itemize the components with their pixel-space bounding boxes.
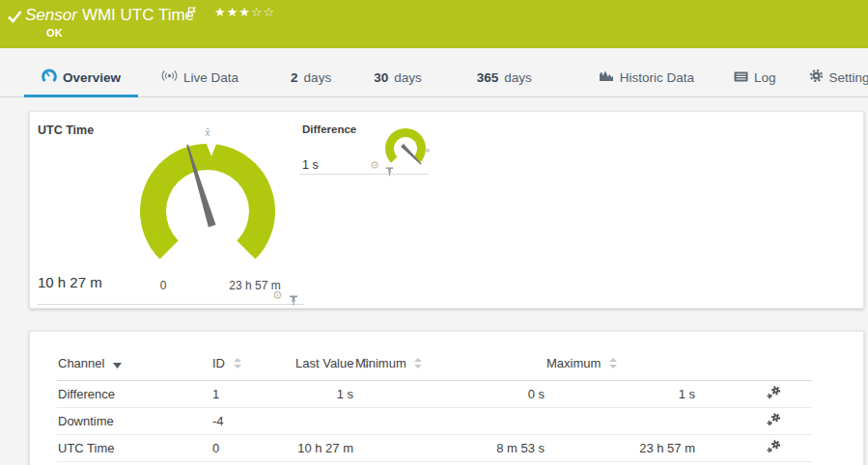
gauge-title-difference: Difference: [302, 123, 356, 135]
difference-divider: [300, 174, 429, 175]
col-last-value-label: Last Value: [295, 356, 353, 370]
channel-settings-gears-icon[interactable]: [766, 413, 781, 429]
mean-marker-label: x̄: [196, 127, 219, 138]
tab-historic-data[interactable]: Historic Data: [581, 58, 712, 96]
tab-log[interactable]: Log: [716, 58, 794, 96]
sensor-name: WMI UTC Time: [82, 6, 194, 24]
gauge-current-value: 10 h 27 m: [38, 274, 102, 290]
sort-both-icon: [234, 357, 241, 371]
object-type-label: Sensor: [25, 6, 77, 24]
tab-log-label: Log: [754, 70, 776, 85]
utc-time-gauge: [140, 142, 275, 260]
difference-pin-icon[interactable]: [385, 163, 394, 180]
col-header-actions: [696, 348, 812, 380]
table-row-downtime[interactable]: Downtime -4: [57, 407, 812, 434]
gauge-settings-gear-icon[interactable]: ⚙: [272, 289, 283, 301]
channel-settings-gears-icon[interactable]: [766, 386, 781, 402]
table-row-difference[interactable]: Difference 1 1 s 0 s 1 s: [57, 380, 812, 407]
tab-overview-label: Overview: [63, 70, 121, 85]
cell-channel[interactable]: UTC Time: [57, 434, 211, 461]
tab-overview[interactable]: Overview: [24, 58, 138, 96]
page-title: SensorWMI UTC Time: [25, 5, 194, 26]
sort-both-icon: [609, 357, 617, 371]
tab-settings-label: Settings: [829, 70, 868, 85]
col-header-maximum[interactable]: Maximum: [546, 348, 696, 380]
table-row-utc-time[interactable]: UTC Time 0 10 h 27 m 8 m 53 s 23 h 57 m: [57, 434, 812, 461]
cell-minimum: 8 m 53 s: [354, 434, 546, 461]
col-header-minimum[interactable]: Minimum: [354, 348, 546, 380]
tab-30-days-unit: days: [394, 70, 422, 85]
flag-icon[interactable]: [187, 5, 197, 22]
cell-channel[interactable]: Difference: [57, 380, 211, 407]
tab-365-days-unit: days: [504, 70, 532, 85]
gauge-pin-icon[interactable]: [289, 292, 298, 310]
difference-current-value: 1 s: [302, 158, 319, 172]
overview-gauges-card: UTC Time x̄ 10 h 27 m 0 23 h 57 m ⚙ Diff…: [29, 111, 864, 309]
cell-last-value: [294, 407, 354, 434]
gauge-divider: [38, 304, 304, 305]
gear-icon: [809, 68, 824, 86]
sensor-status-header: SensorWMI UTC Time ★★★☆☆ OK: [0, 0, 868, 48]
col-header-channel[interactable]: Channel: [57, 348, 211, 380]
table-header-row: Channel ID Last Value Minimum Maximum: [57, 348, 812, 380]
cell-id: 0: [211, 434, 294, 461]
tab-historic-data-label: Historic Data: [620, 70, 694, 85]
log-list-icon: [734, 70, 748, 85]
gauge-icon: [42, 68, 57, 86]
cell-maximum: 23 h 57 m: [546, 434, 696, 461]
area-chart-icon: [599, 69, 614, 85]
col-id-label: ID: [212, 356, 225, 370]
broadcast-icon: [161, 69, 178, 85]
tab-live-data[interactable]: Live Data: [144, 58, 256, 96]
tab-2-days[interactable]: 2 days: [273, 58, 349, 96]
tab-settings[interactable]: Settings: [794, 58, 868, 96]
cell-id: -4: [211, 407, 294, 434]
col-header-id[interactable]: ID: [211, 348, 294, 380]
status-badge: OK: [46, 27, 63, 39]
peak-marker-dot: [426, 149, 430, 152]
channel-table: Channel ID Last Value Minimum Maximum: [57, 348, 812, 462]
cell-minimum: [354, 407, 546, 434]
gauge-title-utc-time: UTC Time: [38, 123, 94, 137]
cell-id: 1: [211, 380, 294, 407]
stars-filled: ★★★: [214, 5, 251, 19]
ok-check-icon: [8, 10, 22, 27]
difference-gauge: [385, 128, 430, 165]
priority-stars[interactable]: ★★★☆☆: [214, 6, 275, 19]
cell-maximum: 1 s: [546, 380, 696, 407]
stars-empty: ☆☆: [251, 5, 275, 19]
tab-live-data-label: Live Data: [183, 70, 238, 85]
channel-table-card: Channel ID Last Value Minimum Maximum: [29, 331, 864, 465]
cell-last-value: 1 s: [294, 380, 354, 407]
gauge-scale-min: 0: [150, 279, 177, 292]
sort-desc-icon: [113, 357, 122, 371]
tab-30-days[interactable]: 30 days: [356, 58, 439, 96]
difference-settings-gear-icon[interactable]: ⚙: [370, 160, 379, 171]
sort-both-icon: [414, 357, 422, 371]
cell-maximum: [546, 407, 696, 434]
col-header-last-value[interactable]: Last Value: [294, 348, 354, 380]
cell-channel[interactable]: Downtime: [57, 407, 211, 434]
sensor-tabbar: Overview Live Data 2 days 30 days 365 da…: [0, 58, 868, 97]
tab-365-days[interactable]: 365 days: [460, 58, 549, 96]
col-maximum-label: Maximum: [546, 356, 601, 370]
col-minimum-label: Minimum: [355, 356, 406, 370]
tab-2-days-unit: days: [304, 70, 332, 85]
cell-last-value: 10 h 27 m: [294, 434, 354, 461]
cell-minimum: 0 s: [354, 380, 546, 407]
channel-settings-gears-icon[interactable]: [766, 440, 781, 456]
tab-2-days-number: 2: [291, 70, 298, 85]
col-channel-label: Channel: [58, 356, 104, 370]
tab-30-days-number: 30: [374, 70, 388, 85]
tab-365-days-number: 365: [477, 70, 499, 85]
